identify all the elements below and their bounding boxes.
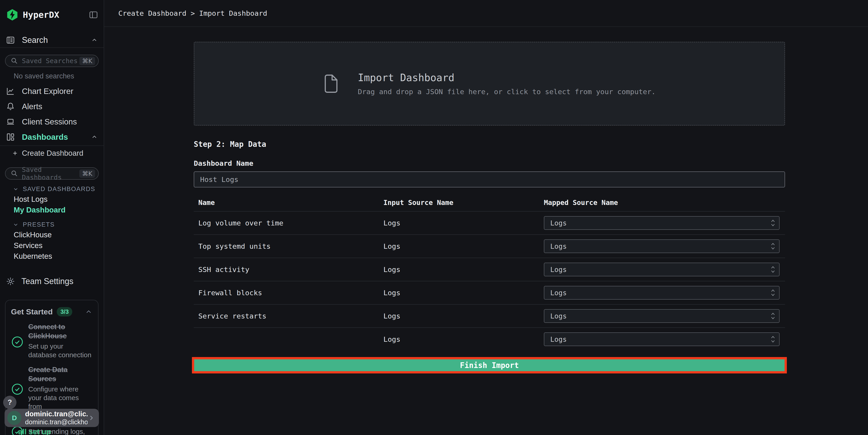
select-chevrons-icon — [770, 242, 775, 250]
breadcrumb: Create Dashboard > Import Dashboard — [118, 9, 267, 17]
sidebar-item-dashboards[interactable]: Dashboards — [0, 129, 104, 145]
table-row: Service restarts Logs Logs — [194, 304, 785, 328]
sidebar-toggle-icon[interactable] — [89, 10, 98, 20]
get-started-item-title: Connect to ClickHouse — [28, 322, 93, 341]
progress-badge: 3/3 — [57, 307, 72, 316]
preset-link-clickhouse[interactable]: ClickHouse — [0, 229, 104, 240]
saved-searches-placeholder: Saved Searches — [22, 57, 79, 65]
select-chevrons-icon — [770, 289, 775, 297]
chevron-down-icon — [13, 186, 19, 192]
chevron-up-icon[interactable] — [91, 37, 98, 43]
avatar: D — [7, 411, 22, 425]
dropzone-subtitle: Drag and drop a JSON file here, or click… — [358, 88, 656, 96]
search-section-label: Search — [22, 35, 91, 45]
chart-explorer-icon — [6, 87, 15, 96]
get-started-item-title: Create Data Sources — [28, 365, 93, 383]
row-name: Top systemd units — [194, 242, 383, 250]
get-started-item-desc: Set up your database connection — [28, 342, 93, 359]
select-value: Logs — [550, 219, 567, 227]
column-header-input: Input Source Name — [383, 198, 544, 207]
row-name: SSH activity — [194, 266, 383, 274]
sidebar: HyperDX Search — [0, 0, 104, 435]
dashboard-name-label: Dashboard Name — [194, 159, 785, 167]
get-started-item-sources[interactable]: Create Data Sources Configure where your… — [11, 365, 93, 411]
select-chevrons-icon — [770, 266, 775, 274]
finish-import-button[interactable]: Finish Import — [194, 359, 784, 371]
import-content: Import Dashboard Drag and drop a JSON fi… — [194, 42, 785, 373]
chevron-down-icon — [13, 222, 19, 227]
table-row: Firewall blocks Logs Logs — [194, 281, 785, 304]
get-started-title: Get Started — [11, 307, 53, 316]
preset-link-kubernetes[interactable]: Kubernetes — [0, 251, 104, 261]
row-name: Firewall blocks — [194, 289, 383, 297]
row-name: Log volume over time — [194, 219, 383, 227]
chevron-up-icon[interactable] — [85, 308, 93, 316]
mapped-source-select[interactable]: Logs — [544, 262, 780, 276]
saved-searches-input[interactable]: Saved Searches ⌘K — [5, 55, 99, 67]
step-heading: Step 2: Map Data — [194, 140, 785, 149]
help-button[interactable]: ? — [3, 396, 17, 409]
preset-link-services[interactable]: Services — [0, 240, 104, 251]
mapped-source-select[interactable]: Logs — [544, 239, 780, 253]
app-root: HyperDX Search — [0, 0, 868, 435]
sidebar-item-label: Chart Explorer — [22, 87, 98, 96]
get-started-item-connect[interactable]: Connect to ClickHouse Set up your databa… — [11, 322, 93, 359]
no-saved-searches-note: No saved searches — [14, 72, 104, 80]
group-label: PRESETS — [23, 221, 55, 228]
get-started-item-desc: Configure where your data comes from — [28, 385, 93, 411]
sidebar-nav: Chart Explorer Alerts Cl — [0, 84, 104, 145]
select-chevrons-icon — [770, 312, 775, 320]
dashboard-link-host-logs[interactable]: Host Logs — [0, 194, 104, 205]
table-row: Top systemd units Logs Logs — [194, 235, 785, 258]
file-icon — [323, 74, 338, 94]
table-header-row: Name Input Source Name Mapped Source Nam… — [194, 194, 785, 211]
row-input-source: Logs — [383, 266, 544, 274]
mapped-source-select[interactable]: Logs — [544, 286, 780, 300]
select-value: Logs — [550, 312, 567, 320]
brand-name: HyperDX — [23, 10, 89, 20]
select-chevrons-icon — [770, 335, 775, 343]
chevron-up-icon[interactable] — [91, 134, 98, 141]
import-dropzone[interactable]: Import Dashboard Drag and drop a JSON fi… — [194, 42, 785, 126]
dropzone-title: Import Dashboard — [358, 72, 656, 84]
saved-dashboards-group-header[interactable]: SAVED DASHBOARDS — [13, 184, 104, 194]
topbar: Create Dashboard > Import Dashboard — [104, 0, 868, 27]
main-area: Create Dashboard > Import Dashboard Impo… — [104, 0, 868, 435]
column-header-mapped: Mapped Source Name — [544, 198, 785, 207]
select-value: Logs — [550, 335, 567, 343]
group-label: SAVED DASHBOARDS — [23, 186, 95, 193]
shortcut-badge: ⌘K — [79, 169, 95, 178]
user-menu[interactable]: D dominic.tran@clic... dominic.tran@clic… — [5, 409, 99, 427]
mapped-source-select[interactable]: Logs — [544, 309, 780, 323]
plus-icon — [12, 150, 18, 156]
user-email: dominic.tran@clickho... — [25, 418, 88, 426]
search-icon — [10, 57, 18, 65]
logo-row: HyperDX — [0, 0, 104, 22]
sidebar-item-label: Client Sessions — [22, 117, 98, 126]
search-section-header[interactable]: Search — [0, 33, 104, 48]
team-settings-button[interactable]: Team Settings — [0, 274, 104, 288]
mapped-source-select[interactable]: Logs — [544, 216, 780, 230]
select-value: Logs — [550, 266, 567, 274]
search-icon — [10, 169, 18, 177]
get-started-header[interactable]: Get Started 3/3 — [11, 307, 93, 316]
dashboard-name-input[interactable] — [194, 172, 785, 187]
check-circle-icon — [11, 325, 24, 359]
finish-import-highlight: Finish Import — [192, 357, 787, 373]
row-input-source: Logs — [383, 219, 544, 227]
shortcut-badge: ⌘K — [79, 57, 95, 65]
sidebar-item-alerts[interactable]: Alerts — [0, 99, 104, 114]
column-header-name: Name — [194, 198, 383, 207]
create-dashboard-button[interactable]: Create Dashboard — [0, 146, 104, 160]
select-value: Logs — [550, 242, 567, 250]
saved-dashboards-placeholder: Saved Dashboards — [22, 166, 79, 181]
mapped-source-select[interactable]: Logs — [544, 333, 780, 346]
saved-dashboards-input[interactable]: Saved Dashboards ⌘K — [5, 167, 99, 180]
sidebar-item-chart-explorer[interactable]: Chart Explorer — [0, 84, 104, 99]
create-dashboard-label: Create Dashboard — [22, 149, 84, 158]
user-name: dominic.tran@clic... — [25, 410, 88, 418]
dashboard-link-my-dashboard[interactable]: My Dashboard — [0, 205, 104, 215]
presets-group-header[interactable]: PRESETS — [13, 220, 104, 229]
sidebar-item-client-sessions[interactable]: Client Sessions — [0, 114, 104, 129]
table-row: SSH activity Logs Logs — [194, 258, 785, 281]
